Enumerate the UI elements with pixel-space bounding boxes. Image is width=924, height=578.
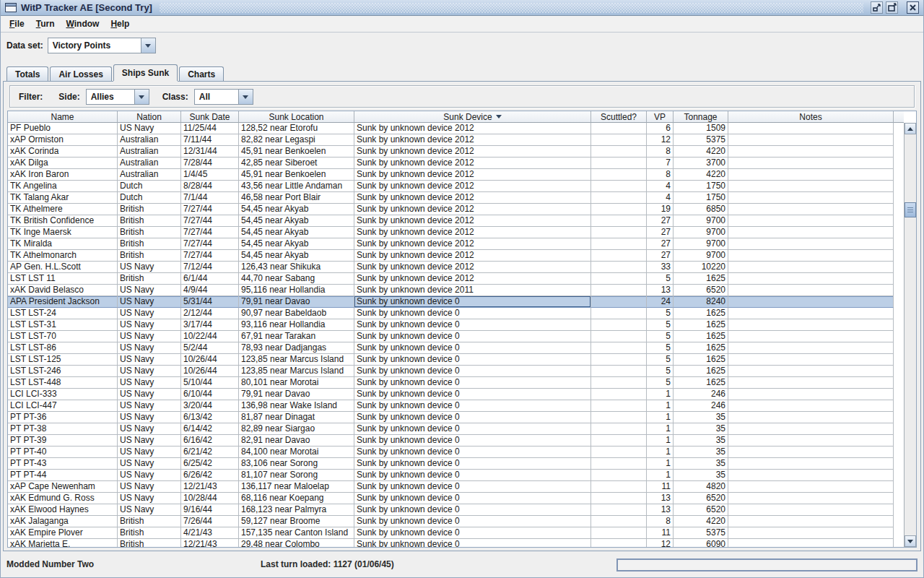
cell-sunk-device[interactable]: Sunk by unknown device 2012 — [354, 250, 591, 262]
cell-sunk-date[interactable]: 6/21/42 — [181, 447, 239, 458]
cell-tonnage[interactable]: 1750 — [674, 192, 728, 204]
cell-scuttled[interactable] — [591, 227, 647, 238]
cell-sunk-location[interactable]: 42,85 near Siberoet — [239, 158, 354, 169]
cell-sunk-date[interactable]: 6/13/42 — [181, 412, 239, 423]
table-row[interactable]: LST LST-448US Navy5/10/4480,101 near Mor… — [8, 377, 904, 389]
cell-name[interactable]: TK British Confidence — [8, 215, 118, 227]
cell-sunk-device[interactable]: Sunk by unknown device 2011 — [354, 285, 591, 296]
cell-tonnage[interactable]: 1625 — [674, 342, 728, 354]
cell-nation[interactable]: US Navy — [118, 412, 181, 423]
cell-tonnage[interactable]: 9700 — [674, 227, 728, 238]
cell-sunk-device[interactable]: Sunk by unknown device 0 — [354, 412, 591, 423]
cell-tonnage[interactable]: 1625 — [674, 331, 728, 342]
cell-name[interactable]: xAP Cape Newenham — [8, 481, 118, 493]
cell-notes[interactable] — [728, 400, 894, 412]
cell-sunk-device[interactable]: Sunk by unknown device 0 — [354, 377, 591, 389]
table-row[interactable]: LST LST-31US Navy3/17/4493,116 near Holl… — [8, 319, 904, 331]
cell-tonnage[interactable]: 35 — [674, 447, 728, 458]
cell-notes[interactable] — [728, 308, 894, 319]
table-row[interactable]: xAK DilgaAustralian7/28/4442,85 near Sib… — [8, 158, 904, 169]
cell-tonnage[interactable]: 1625 — [674, 273, 728, 285]
cell-vp[interactable]: 1 — [647, 423, 674, 435]
cell-nation[interactable]: Australian — [118, 146, 181, 158]
cell-vp[interactable]: 13 — [647, 285, 674, 296]
cell-name[interactable]: TK Angelina — [8, 181, 118, 192]
cell-sunk-date[interactable]: 10/22/44 — [181, 331, 239, 342]
cell-sunk-device[interactable]: Sunk by unknown device 0 — [354, 308, 591, 319]
cell-notes[interactable] — [728, 285, 894, 296]
side-combo[interactable]: Allies — [86, 89, 149, 105]
cell-sunk-location[interactable]: 83,106 near Sorong — [239, 458, 354, 470]
cell-sunk-location[interactable]: 79,91 near Davao — [239, 389, 354, 400]
cell-sunk-date[interactable]: 12/31/44 — [181, 146, 239, 158]
cell-sunk-device[interactable]: Sunk by unknown device 0 — [354, 366, 591, 377]
cell-nation[interactable]: British — [118, 516, 181, 527]
cell-vp[interactable]: 1 — [647, 389, 674, 400]
cell-name[interactable]: APA President Jackson — [8, 296, 118, 308]
cell-name[interactable]: xAP Ormiston — [8, 134, 118, 146]
cell-sunk-device[interactable]: Sunk by unknown device 0 — [354, 504, 591, 516]
cell-sunk-device[interactable]: Sunk by unknown device 0 — [354, 447, 591, 458]
cell-scuttled[interactable] — [591, 481, 647, 493]
cell-tonnage[interactable]: 10220 — [674, 262, 728, 273]
cell-nation[interactable]: Australian — [118, 169, 181, 181]
cell-sunk-date[interactable]: 12/21/43 — [181, 481, 239, 493]
cell-vp[interactable]: 7 — [647, 158, 674, 169]
cell-nation[interactable]: US Navy — [118, 285, 181, 296]
cell-sunk-location[interactable]: 54,45 near Akyab — [239, 238, 354, 250]
cell-nation[interactable]: British — [118, 273, 181, 285]
cell-nation[interactable]: US Navy — [118, 493, 181, 504]
cell-tonnage[interactable]: 3700 — [674, 158, 728, 169]
cell-scuttled[interactable] — [591, 192, 647, 204]
table-row[interactable]: LST LST 11British6/1/4444,70 near Sabang… — [8, 273, 904, 285]
table-row[interactable]: PT PT-36US Navy6/13/4281,87 near Dinagat… — [8, 412, 904, 423]
cell-vp[interactable]: 12 — [647, 539, 674, 547]
cell-name[interactable]: PT PT-39 — [8, 435, 118, 447]
cell-sunk-location[interactable]: 78,93 near Dadjangas — [239, 342, 354, 354]
cell-sunk-location[interactable]: 54,45 near Akyab — [239, 250, 354, 262]
scroll-up-button[interactable] — [905, 123, 916, 134]
cell-sunk-location[interactable]: 43,56 near Little Andaman — [239, 181, 354, 192]
class-combo[interactable]: All — [194, 89, 253, 105]
cell-sunk-device[interactable]: Sunk by unknown device 2012 — [354, 123, 591, 134]
cell-nation[interactable]: British — [118, 250, 181, 262]
cell-vp[interactable]: 11 — [647, 481, 674, 493]
cell-nation[interactable]: US Navy — [118, 308, 181, 319]
cell-scuttled[interactable] — [591, 458, 647, 470]
cell-scuttled[interactable] — [591, 412, 647, 423]
column-header-notes[interactable]: Notes — [728, 111, 894, 123]
cell-sunk-location[interactable]: 45,91 near Benkoelen — [239, 169, 354, 181]
cell-vp[interactable]: 5 — [647, 319, 674, 331]
cell-vp[interactable]: 19 — [647, 204, 674, 215]
cell-sunk-device[interactable]: Sunk by unknown device 2012 — [354, 215, 591, 227]
cell-sunk-date[interactable]: 8/28/44 — [181, 181, 239, 192]
cell-sunk-location[interactable]: 79,91 near Davao — [239, 296, 354, 308]
cell-sunk-location[interactable]: 136,117 near Maloelap — [239, 481, 354, 493]
cell-sunk-location[interactable]: 126,43 near Shikuka — [239, 262, 354, 273]
cell-sunk-device[interactable]: Sunk by unknown device 0 — [354, 296, 591, 308]
table-row[interactable]: LCI LCI-447US Navy3/20/44136,98 near Wak… — [8, 400, 904, 412]
cell-tonnage[interactable]: 6090 — [674, 539, 728, 547]
cell-sunk-device[interactable]: Sunk by unknown device 2012 — [354, 169, 591, 181]
cell-sunk-device[interactable]: Sunk by unknown device 0 — [354, 481, 591, 493]
column-header-vp[interactable]: VP — [647, 111, 674, 123]
cell-sunk-date[interactable]: 7/28/44 — [181, 158, 239, 169]
cell-scuttled[interactable] — [591, 250, 647, 262]
cell-sunk-date[interactable]: 5/10/44 — [181, 377, 239, 389]
cell-nation[interactable]: British — [118, 227, 181, 238]
cell-sunk-date[interactable]: 7/11/44 — [181, 134, 239, 146]
cell-vp[interactable]: 8 — [647, 516, 674, 527]
table-row[interactable]: xAK JalagangaBritish7/26/4459,127 near B… — [8, 516, 904, 527]
menu-file[interactable]: File — [4, 17, 30, 31]
cell-name[interactable]: TK Athelmere — [8, 204, 118, 215]
cell-notes[interactable] — [728, 215, 894, 227]
column-header-scuttled[interactable]: Scuttled? — [591, 111, 647, 123]
cell-sunk-date[interactable]: 7/27/44 — [181, 227, 239, 238]
cell-tonnage[interactable]: 1625 — [674, 377, 728, 389]
cell-nation[interactable]: Dutch — [118, 192, 181, 204]
cell-name[interactable]: TK Miralda — [8, 238, 118, 250]
cell-scuttled[interactable] — [591, 181, 647, 192]
table-row[interactable]: LST LST-24US Navy2/12/4490,97 near Babel… — [8, 308, 904, 319]
cell-scuttled[interactable] — [591, 308, 647, 319]
cell-tonnage[interactable]: 4220 — [674, 516, 728, 527]
